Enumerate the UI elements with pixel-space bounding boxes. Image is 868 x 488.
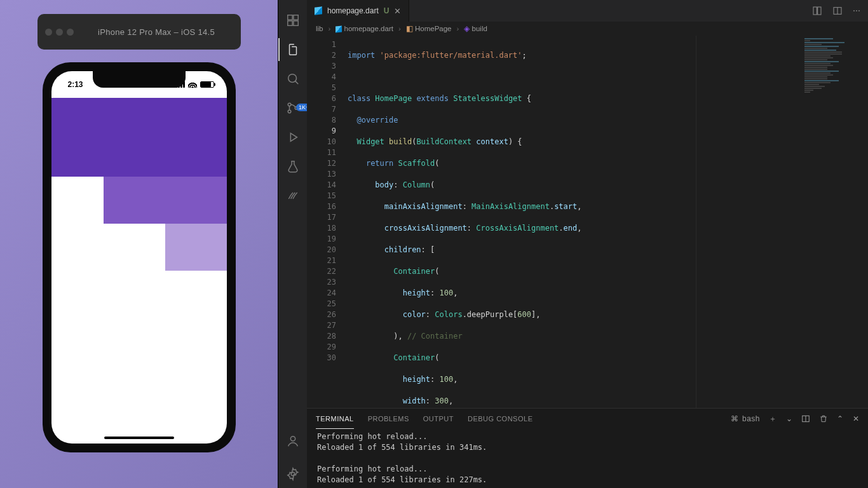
activity-bar: 1K+	[278, 0, 307, 488]
container-deeppurple-600	[51, 130, 227, 177]
simulator-title: iPhone 12 Pro Max – iOS 14.5	[80, 27, 233, 37]
source-control-icon[interactable]: 1K+	[278, 94, 307, 122]
shell-icon: ⌘	[731, 414, 739, 423]
home-indicator	[104, 437, 174, 439]
notch	[93, 71, 186, 88]
search-icon[interactable]	[278, 65, 307, 93]
dart-file-icon	[315, 6, 322, 15]
terminal-output[interactable]: Performing hot reload... Reloaded 1 of 5…	[307, 429, 868, 488]
wifi-icon	[188, 81, 197, 88]
ruler-line	[696, 36, 696, 408]
code-content[interactable]: import 'package:flutter/material.dart'; …	[345, 36, 868, 408]
tab-problems[interactable]: PROBLEMS	[368, 409, 409, 429]
crumb-file[interactable]: homepage.dart	[344, 25, 393, 32]
split-editor-icon[interactable]	[832, 6, 843, 16]
iphone-frame: 2:13	[43, 62, 236, 452]
container-deeppurple-200	[165, 224, 227, 271]
svg-rect-2	[287, 21, 292, 25]
tab-debug-console[interactable]: DEBUG CONSOLE	[468, 409, 532, 429]
svg-point-8	[290, 437, 295, 441]
extensions-icon[interactable]	[278, 6, 307, 34]
tab-output[interactable]: OUTPUT	[423, 409, 454, 429]
line-number-gutter: 1234567891011121314151617181920212223242…	[307, 36, 345, 408]
method-icon: ◈	[464, 25, 470, 32]
svg-rect-0	[287, 15, 292, 20]
trash-icon[interactable]	[819, 414, 828, 423]
svg-point-4	[288, 74, 296, 83]
tab-git-flag: U	[384, 6, 390, 15]
new-terminal-icon[interactable]: ＋	[769, 414, 777, 424]
svg-rect-10	[813, 7, 817, 15]
close-icon[interactable]: ✕	[394, 6, 401, 16]
class-icon: ◧	[406, 25, 413, 32]
split-terminal-icon[interactable]	[801, 414, 810, 423]
close-panel-icon[interactable]: ✕	[853, 414, 860, 423]
explorer-icon[interactable]	[278, 36, 307, 64]
terminal-dropdown-icon[interactable]: ⌄	[786, 414, 793, 423]
breadcrumbs[interactable]: lib› homepage.dart› ◧ HomePage› ◈ build	[307, 22, 868, 36]
svg-rect-1	[293, 15, 297, 20]
clock: 2:13	[68, 80, 83, 89]
testing-icon[interactable]	[278, 152, 307, 180]
maximize-panel-icon[interactable]: ⌃	[837, 414, 844, 423]
svg-rect-11	[818, 7, 821, 15]
accounts-icon[interactable]	[278, 427, 307, 455]
simulator-window-chrome[interactable]: iPhone 12 Pro Max – iOS 14.5	[37, 14, 241, 50]
app-bar	[51, 98, 227, 130]
tab-bar: homepage.dart U ✕ ⋯	[307, 0, 868, 22]
crumb-method[interactable]: build	[472, 25, 487, 32]
tab-filename: homepage.dart	[327, 6, 379, 15]
tab-homepage-dart[interactable]: homepage.dart U ✕	[307, 0, 409, 22]
panel-tabs: TERMINAL PROBLEMS OUTPUT DEBUG CONSOLE ⌘…	[307, 409, 868, 429]
minimap[interactable]	[798, 36, 868, 408]
settings-gear-icon[interactable]	[278, 460, 307, 488]
container-deeppurple-400	[104, 177, 226, 224]
svg-point-6	[288, 110, 291, 113]
code-editor[interactable]: 1234567891011121314151617181920212223242…	[307, 36, 868, 408]
more-icon[interactable]: ⋯	[853, 6, 860, 15]
app-body	[51, 130, 227, 444]
dart-file-icon	[336, 25, 342, 32]
crumb-folder[interactable]: lib	[316, 25, 323, 32]
diff-icon[interactable]	[812, 6, 822, 16]
battery-icon	[200, 81, 214, 88]
traffic-lights[interactable]	[45, 29, 74, 36]
svg-rect-3	[293, 21, 297, 25]
tab-terminal[interactable]: TERMINAL	[316, 409, 354, 429]
run-debug-icon[interactable]	[278, 123, 307, 151]
terminal-shell-selector[interactable]: ⌘bash	[731, 414, 760, 423]
flutter-devtools-icon[interactable]	[278, 182, 307, 210]
crumb-class[interactable]: HomePage	[415, 25, 452, 32]
svg-point-5	[288, 103, 291, 106]
